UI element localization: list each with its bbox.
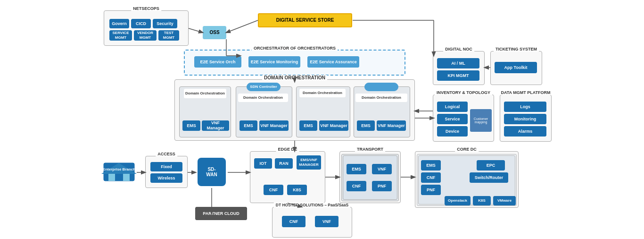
cicd-box: CICD — [131, 19, 151, 28]
dt-hosted-container: DT HOSTED SOLUTIONS – PaaS/SaaS CNF VNF — [272, 207, 352, 238]
monitoring-box: Monitoring — [504, 114, 546, 124]
inventory-container: INVENTORY & TOPOLOGY Logical Service Dev… — [433, 94, 494, 142]
switch-router-box: Switch/Router — [470, 172, 508, 183]
domain-orch-3-title: Domain Orchestration — [299, 89, 346, 97]
ems-transport-box: EMS — [347, 164, 366, 174]
customer-mapping-box: Customer mapping — [470, 109, 492, 132]
device-box: Device — [437, 126, 468, 137]
ems-2: EMS — [239, 120, 257, 131]
oss-box: OSS — [203, 26, 226, 39]
vnf-manager-2: VNF Manager — [259, 120, 289, 131]
govern-box: Govern — [109, 19, 129, 28]
fixed-box: Fixed — [150, 162, 182, 171]
e2e-service-assurance: E2E Service Assurance — [307, 56, 359, 68]
service-mgmt-box: SERVICE MGMT — [109, 30, 132, 41]
ticketing-container: TICKETING SYSTEM App Toolkit — [490, 51, 542, 85]
iot-box: IOT — [254, 158, 272, 169]
orchestrator-container: ORCHESTRATOR OF ORCHESTRATORS E2E Servic… — [184, 50, 405, 76]
access-title: ACCESS — [156, 152, 177, 156]
vnf-dt-box: VNF — [315, 216, 339, 227]
orchestrator-title: ORCHESTRATOR OF ORCHESTRATORS — [252, 46, 338, 51]
data-mgmt-container: DATA MGMT PLATFORM Logs Monitoring Alarm… — [500, 94, 552, 142]
sd-wan-shape: SD-WAN — [196, 156, 228, 188]
ems-core-box: EMS — [421, 160, 441, 171]
cnf-transport-box: CNF — [347, 181, 366, 191]
ems-3: EMS — [299, 120, 317, 131]
sdn-controller-2 — [364, 83, 398, 91]
kpi-mgmt-box: KPI MGMT — [437, 70, 479, 81]
e2e-service-orch: E2E Service Orch — [194, 56, 241, 68]
netsecops-title: NETSECOPS — [131, 6, 161, 11]
digital-noc-title: DIGITAL NOC — [443, 47, 474, 51]
security-box: Security — [153, 19, 177, 28]
domain-orch-4-title: Domain Orchestration — [355, 94, 407, 102]
svg-rect-1 — [108, 174, 115, 181]
inventory-title: INVENTORY & TOPOLOGY — [435, 90, 492, 95]
ai-ml-box: AI / ML — [437, 58, 479, 68]
cnf-edge-box: CNF — [264, 185, 283, 195]
logical-box: Logical — [437, 102, 468, 112]
app-toolkit-box: App Toolkit — [495, 62, 537, 73]
partner-cloud-box: PARTNER CLOUD — [195, 207, 247, 220]
cnf-dt-box: CNF — [282, 216, 305, 227]
alarms-box: Alarms — [504, 126, 546, 137]
pnf-transport-box: PNF — [372, 181, 392, 191]
data-mgmt-title: DATA MGMT PLATFORM — [499, 90, 552, 95]
core-dc-title: CORE DC — [455, 147, 479, 152]
epc-box: EPC — [477, 160, 505, 171]
sdn-controller-1: SDN Controller — [247, 83, 281, 91]
test-mgmt-box: TEST MGMT — [158, 30, 179, 41]
ems-4: EMS — [357, 120, 375, 131]
vnf-transport-box: VNF — [372, 164, 392, 174]
service-box: Service — [437, 114, 468, 124]
wireless-box: Wireless — [150, 173, 182, 183]
ems-vnf-manager-box: EMS/VNF MANAGER — [297, 155, 321, 170]
dt-hosted-title: DT HOSTED SOLUTIONS – PaaS/SaaS — [274, 203, 350, 207]
enterprise-branch-shape: Enterprise Branch — [101, 161, 137, 183]
svg-line-5 — [226, 20, 258, 33]
k8s-edge-box: K8S — [287, 185, 307, 195]
svg-rect-2 — [123, 174, 130, 181]
pnf-core-box: PNF — [421, 185, 441, 195]
core-dc-container: CORE DC EMS EPC CNF Switch/Router PNF Op… — [415, 151, 519, 208]
edge-dc-container: EDGE DC IOT RAN EMS/VNF MANAGER CNF K8S — [250, 151, 325, 203]
e2e-service-monitoring: E2E Service Monitoring — [248, 56, 300, 68]
svg-line-10 — [189, 28, 203, 33]
cnf-core-box: CNF — [421, 172, 441, 183]
transport-container: TRANSPORT EMS VNF CNF PNF — [339, 151, 401, 203]
access-container: ACCESS Fixed Wireless — [145, 156, 188, 188]
domain-orch-1-title: Domain Orchestration — [184, 89, 226, 98]
k8s-core-box: K8S — [473, 196, 491, 205]
vnf-manager-4: VNF Manager — [377, 120, 406, 131]
ems-1: EMS — [182, 120, 200, 131]
vmware-box: VMware — [493, 196, 516, 205]
ran-box: RAN — [275, 158, 293, 169]
architecture-diagram: DIGITAL SERVICE STORE NETSECOPS Govern C… — [0, 0, 644, 239]
domain-orchestration-title: DOMAIN ORCHESTRATION — [262, 75, 327, 80]
domain-orch-2-title: Domain Orchestration — [238, 94, 288, 102]
openstack-box: Openstack — [445, 196, 471, 205]
enterprise-branch-label: Enterprise Branch — [101, 167, 137, 172]
sd-wan-label: SD-WAN — [204, 167, 220, 177]
vnf-manager-3: VNF Manager — [319, 120, 348, 131]
vendor-mgmt-box: VENDOR MGMT — [134, 30, 157, 41]
vnf-manager-1: VNF Manager — [202, 120, 229, 131]
logs-box: Logs — [504, 102, 546, 112]
ticketing-title: TICKETING SYSTEM — [494, 47, 539, 51]
transport-title: TRANSPORT — [355, 147, 385, 152]
digital-service-store: DIGITAL SERVICE STORE — [258, 13, 352, 27]
edge-dc-title: EDGE DC — [276, 147, 299, 152]
digital-noc-container: DIGITAL NOC AI / ML KPI MGMT — [433, 51, 485, 85]
